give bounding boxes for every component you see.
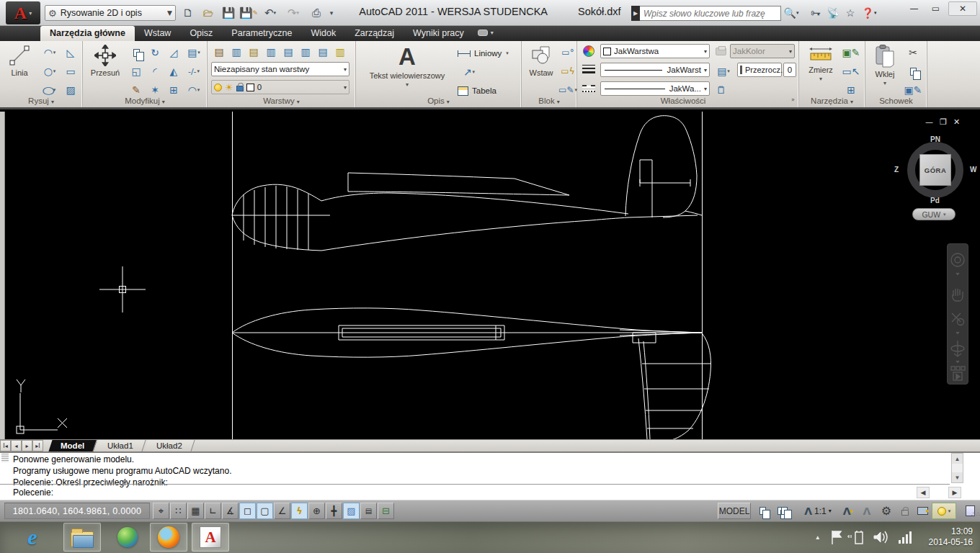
- transparency-value[interactable]: 0: [783, 63, 796, 77]
- command-prompt[interactable]: Polecenie:: [13, 487, 53, 498]
- command-window-grip[interactable]: [1, 454, 9, 462]
- insert-block-button[interactable]: Wstaw: [525, 42, 558, 78]
- ortho-mode-toggle[interactable]: ∟: [205, 503, 221, 519]
- trim-button[interactable]: ◿: [165, 44, 182, 61]
- panel-label-opis[interactable]: Opis▾: [356, 96, 521, 107]
- workspace-selector[interactable]: ⚙ Rysowanie 2D i opis ▼: [45, 5, 176, 21]
- command-scroll-left[interactable]: ◀: [917, 487, 930, 498]
- annotation-scale-button[interactable]: Λ 1:1 ▾: [798, 503, 837, 519]
- taskbar-updater[interactable]: [110, 523, 146, 552]
- print-button[interactable]: ⎙: [307, 4, 326, 22]
- maximize-button[interactable]: ▭: [925, 1, 946, 16]
- line-button[interactable]: Linia: [4, 42, 35, 78]
- orbit-icon[interactable]: [951, 341, 964, 363]
- tab-parametryczne[interactable]: Parametryczne: [222, 26, 301, 41]
- object-snap-toggle[interactable]: ◻: [239, 503, 256, 519]
- new-file-button[interactable]: 🗋: [179, 4, 197, 22]
- speaker-icon[interactable]: [874, 531, 887, 543]
- edit-block-button[interactable]: ▭ϟ: [559, 63, 576, 80]
- layer-isolate-button[interactable]: ▥: [228, 43, 245, 60]
- mtext-button[interactable]: A Tekst wielowierszowy ▾: [363, 42, 451, 89]
- linetype-dropdown[interactable]: JakWa...▾: [600, 81, 710, 96]
- close-button[interactable]: ✕: [948, 1, 977, 16]
- plot-style-dropdown[interactable]: JakKolor▾: [730, 44, 795, 58]
- ribbon-minimize-button[interactable]: ▾: [473, 30, 498, 36]
- action-center-flag-icon[interactable]: [832, 531, 841, 544]
- tab-opisz[interactable]: Opisz: [180, 26, 222, 41]
- copy-button[interactable]: [128, 44, 145, 61]
- viewcube-west-label[interactable]: Z: [894, 166, 899, 174]
- taskbar-autocad[interactable]: A: [192, 523, 229, 552]
- layer-off-button[interactable]: ▥: [331, 43, 349, 60]
- panel-label-modyfikuj[interactable]: Modyfikuj▾: [83, 96, 207, 107]
- tab-zarzadzaj[interactable]: Zarządzaj: [345, 26, 404, 41]
- save-button[interactable]: 💾: [219, 4, 238, 22]
- network-signal-icon[interactable]: [899, 531, 912, 544]
- layer-state-dropdown[interactable]: Niezapisany stan warstwy▾: [211, 62, 349, 76]
- create-block-button[interactable]: ▭°: [559, 44, 576, 61]
- dynamic-ucs-toggle[interactable]: ϟ: [291, 503, 308, 519]
- undo-button[interactable]: ↶▾: [261, 4, 280, 22]
- communication-center-icon[interactable]: 📡: [824, 4, 842, 21]
- show-hidden-icons-button[interactable]: ▲: [815, 534, 821, 541]
- tab-wstaw[interactable]: Wstaw: [135, 26, 181, 41]
- search-input[interactable]: [640, 6, 781, 21]
- taskbar-firefox[interactable]: [150, 523, 187, 552]
- taskbar-internet-explorer[interactable]: e: [14, 523, 50, 552]
- stretch-button[interactable]: ◱: [128, 63, 145, 80]
- first-layout-button[interactable]: Ⅰ◂: [0, 440, 11, 451]
- linear-dimension-button[interactable]: Liniowy▾: [457, 45, 517, 62]
- 3d-object-snap-toggle[interactable]: ▢: [257, 503, 273, 519]
- fillet-button[interactable]: ◜: [146, 63, 164, 80]
- infer-constraints-toggle[interactable]: ⌖: [153, 503, 169, 519]
- quick-view-layouts-button[interactable]: [754, 503, 771, 519]
- object-color-dropdown[interactable]: JakWarstwa▾: [600, 44, 710, 58]
- save-as-button[interactable]: 💾✎: [239, 4, 258, 22]
- model-space-button[interactable]: MODEL: [718, 503, 751, 519]
- ucs-selector-button[interactable]: GUW▾: [912, 208, 956, 220]
- power-battery-icon[interactable]: [847, 531, 863, 544]
- pan-hand-icon[interactable]: [953, 289, 963, 301]
- object-snap-tracking-toggle[interactable]: ∠: [274, 503, 290, 519]
- layer-unisolate-button[interactable]: ▤: [314, 43, 331, 60]
- qat-options-button[interactable]: ▾: [326, 4, 337, 22]
- transparency-toggle[interactable]: ▨: [343, 503, 360, 519]
- viewcube-top-face[interactable]: GÓRA: [919, 154, 951, 186]
- paste-button[interactable]: Wklej ▾: [868, 42, 901, 87]
- dynamic-input-toggle[interactable]: ⊕: [308, 503, 325, 519]
- circle-button[interactable]: ○▾: [39, 63, 61, 80]
- snap-mode-toggle[interactable]: ∷: [170, 503, 187, 519]
- grid-display-toggle[interactable]: ▦: [187, 503, 204, 519]
- copy-clip-button[interactable]: [904, 63, 922, 80]
- tab-narzedzia-glowne[interactable]: Narzędzia główne: [40, 26, 135, 41]
- panel-label-blok[interactable]: Blok▾: [522, 96, 576, 107]
- lineweight-dropdown[interactable]: JakWarst▾: [600, 63, 710, 77]
- paste-select-button[interactable]: ▣✎: [842, 44, 860, 61]
- show-motion-icon[interactable]: [951, 367, 965, 380]
- steering-wheel-icon[interactable]: [951, 253, 964, 275]
- rotate-button[interactable]: ↻: [146, 44, 164, 61]
- favorites-star-icon[interactable]: ☆: [842, 4, 859, 21]
- redo-button[interactable]: ↷▾: [284, 4, 303, 22]
- quick-properties-toggle[interactable]: ▤: [360, 503, 377, 519]
- annotation-visibility-button[interactable]: Λ●: [839, 503, 857, 519]
- layer-properties-button[interactable]: ▤: [210, 43, 228, 60]
- isolate-objects-button[interactable]: ▾: [932, 503, 956, 519]
- layer-make-current-button[interactable]: ▥: [262, 43, 280, 60]
- panel-label-schowek[interactable]: Schowek: [865, 96, 927, 107]
- exchange-key-icon[interactable]: 🗝: [807, 4, 824, 21]
- arc-button[interactable]: ◠▾: [39, 44, 61, 61]
- command-scroll-right[interactable]: ▶: [948, 487, 961, 498]
- rectangle-button[interactable]: ▭: [62, 63, 79, 80]
- layer-dropdown[interactable]: ☀ 0 ▾: [211, 80, 349, 94]
- move-button[interactable]: Przesuń: [87, 42, 123, 78]
- panel-label-rysuj[interactable]: Rysuj▾: [0, 96, 82, 107]
- viewcube-north-label[interactable]: PN: [930, 135, 940, 143]
- selection-cycling-toggle[interactable]: ⊟: [378, 503, 394, 519]
- transparency-field[interactable]: Przezrocz...: [737, 63, 782, 77]
- mirror-button[interactable]: ◭: [165, 63, 182, 80]
- dwg-restore-icon[interactable]: ❐: [940, 117, 947, 127]
- tab-wyniki-pracy[interactable]: Wyniki pracy: [404, 26, 473, 41]
- quick-view-drawings-button[interactable]: [772, 503, 793, 519]
- application-menu-button[interactable]: A ▾: [6, 1, 40, 24]
